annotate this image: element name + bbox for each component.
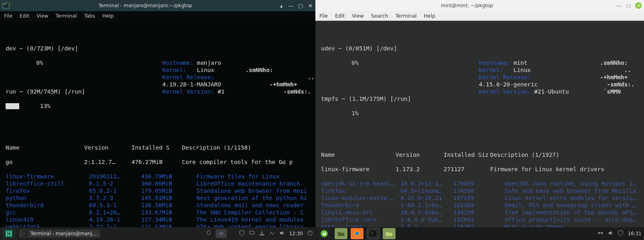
svg-rect-3 <box>8 230 10 233</box>
menubar-right: File Edit View Search Terminal Help <box>315 11 644 21</box>
svg-rect-2 <box>6 230 8 237</box>
svg-rect-6 <box>22 231 28 236</box>
svg-point-15 <box>355 232 359 236</box>
table-row[interactable]: linux-firmware 20190212… 430.79MiB Firmw… <box>6 173 311 180</box>
menubar-left: File Edit View Terminal Tabs Help <box>0 11 315 21</box>
taskbar-item-terminal[interactable]: Terminal - manjaro@manj… <box>19 230 100 238</box>
svg-rect-18 <box>598 232 600 234</box>
svg-text:$_: $_ <box>371 232 375 235</box>
app-icon <box>2 2 10 9</box>
window-titlebar-right: mint@mint: ~/pkgtop — ◻ ✕ <box>315 0 644 11</box>
disk-pct: 13% <box>19 102 71 110</box>
table-row[interactable]: linux-modules-extra-… 4.15.0-20.21 16719… <box>321 194 639 202</box>
menu-terminal[interactable]: Terminal <box>396 13 417 19</box>
table-row[interactable]: python 3.7.2-3 145.61MiB Next generation… <box>6 194 311 202</box>
menu-view[interactable]: View <box>36 13 48 19</box>
terminal-launcher[interactable]: $_ <box>367 228 380 239</box>
table-header: NameVersionInstalled SizDescription (1/1… <box>321 151 639 158</box>
menu-tabs[interactable]: Tabs <box>84 13 95 19</box>
disk-line: tmpfs ~ (1.1M/175M) [/run] <box>321 95 479 102</box>
maximize-button[interactable]: ▢ <box>298 3 303 8</box>
volume-icon[interactable] <box>279 230 285 237</box>
menu-search[interactable]: Search <box>371 13 388 19</box>
minimize-button[interactable]: — <box>616 3 622 8</box>
clock[interactable]: 12:30 <box>289 231 303 236</box>
arrow-up-icon[interactable]: ▴ <box>279 3 284 8</box>
svg-rect-8 <box>219 232 224 236</box>
folder-launcher[interactable] <box>383 228 396 239</box>
svg-rect-4 <box>8 234 10 237</box>
disk-line: udev ~ (0/851M) [/dev] <box>321 45 479 52</box>
disk-pct: 0% <box>6 59 74 66</box>
svg-rect-9 <box>250 231 254 234</box>
table-row[interactable]: openjdk-11-jre-headl… 10.0.2+13-1… 17906… <box>321 180 639 187</box>
taskbar-right: $_ 16:31 <box>315 227 644 240</box>
svg-rect-19 <box>602 232 603 234</box>
menu-terminal[interactable]: Terminal <box>56 13 77 19</box>
disk-line: dev ~ (0/723M) [/dev] <box>6 45 162 52</box>
close-button[interactable]: ✕ <box>307 3 313 8</box>
window-title: Terminal - manjaro@manjaro:~/pkgtop <box>12 3 279 8</box>
files-launcher[interactable] <box>335 228 347 239</box>
disk-pct: 0% <box>321 59 389 66</box>
disk-line: run ~ (92M/745M) [/run] <box>6 88 162 95</box>
menu-help[interactable]: Help <box>102 13 114 19</box>
svg-rect-1 <box>4 4 6 5</box>
table-header: NameVersionInstalled SDescription (1/115… <box>6 144 311 151</box>
power-icon[interactable] <box>307 230 313 237</box>
network-icon[interactable] <box>269 230 275 237</box>
disk-pct: 1% <box>321 110 389 117</box>
terminal-right[interactable]: udev ~ (0/851M) [/dev] 0% tmpfs ~ (1.1M/… <box>315 21 644 227</box>
svg-rect-7 <box>207 231 210 234</box>
svg-rect-0 <box>3 3 9 8</box>
pin-icon[interactable] <box>206 230 212 237</box>
table-row[interactable]: libreoffice-still 6.1.5-2 360.06MiB Libr… <box>6 180 311 187</box>
window-titlebar-left: Terminal - manjaro@manjaro:~/pkgtop ▴ — … <box>0 0 315 11</box>
shield-icon[interactable] <box>239 230 245 237</box>
table-row[interactable]: gcc 8.2.1+20… 133.67MiB The GNU Compiler… <box>6 209 311 216</box>
menu-edit[interactable]: Edit <box>335 13 345 19</box>
table-row[interactable]: firefox 65.0.2-1 179.05MiB Standalone we… <box>6 187 311 194</box>
menu-view[interactable]: View <box>352 13 364 19</box>
table-row[interactable]: webkit2gtk 2.22.7-1 121.53MiB GTK+ Web c… <box>6 223 311 227</box>
table-row-selected[interactable]: linux-firmware1.173.2271127Firmware for … <box>321 166 639 173</box>
table-row[interactable]: thunderbird 1:60.2.1+bu… 161309 Email, R… <box>321 202 639 209</box>
svg-rect-10 <box>260 234 264 235</box>
close-button[interactable]: ✕ <box>635 2 642 9</box>
window-title: mint@mint: ~/pkgtop <box>318 3 616 8</box>
network-icon[interactable] <box>598 230 604 237</box>
progress-fill <box>6 103 19 109</box>
volume-icon[interactable] <box>608 230 614 237</box>
table-row[interactable]: libreoffice-core 1:6.0.6-0ub… 132042 off… <box>321 216 639 223</box>
updates-icon[interactable] <box>259 230 265 237</box>
menu-file[interactable]: File <box>319 13 328 19</box>
menu-file[interactable]: File <box>4 13 12 19</box>
table-row[interactable]: firefox 64.0+linuxm… 174990 Safe and eas… <box>321 187 639 194</box>
display-icon[interactable] <box>249 230 255 237</box>
table-row-selected[interactable]: go2:1.12.7…476.27MiBCore compiler tools … <box>6 158 311 166</box>
clock[interactable]: 16:31 <box>628 231 642 236</box>
taskbar-left: Terminal - manjaro@manj… 12:30 <box>0 227 315 240</box>
firefox-launcher[interactable] <box>351 228 363 239</box>
minimize-button[interactable]: — <box>288 3 294 8</box>
menu-help[interactable]: Help <box>424 13 436 19</box>
start-menu-button[interactable] <box>2 228 15 239</box>
maximize-button[interactable]: ◻ <box>626 3 631 8</box>
svg-rect-5 <box>10 230 12 237</box>
menu-edit[interactable]: Edit <box>20 13 29 19</box>
terminal-left[interactable]: dev ~ (0/723M) [/dev] 0% run ~ (92M/745M… <box>0 21 315 227</box>
table-row[interactable]: linux419 4.19.28-1 127.34MiB The Linux41… <box>6 216 311 223</box>
table-row[interactable]: libgl1-mesa-dri 18.0.5-0ubu… 134299 free… <box>321 209 639 216</box>
start-menu-button[interactable] <box>318 228 331 239</box>
table-row[interactable]: thunderbird 60.5.3-1 136.56MiB Standalon… <box>6 202 311 209</box>
table-row[interactable]: mint-x-icons 1.5.1 116262 Mint-X icon th… <box>321 223 639 227</box>
show-desktop-button[interactable] <box>216 229 227 238</box>
shield-icon[interactable] <box>618 230 624 237</box>
